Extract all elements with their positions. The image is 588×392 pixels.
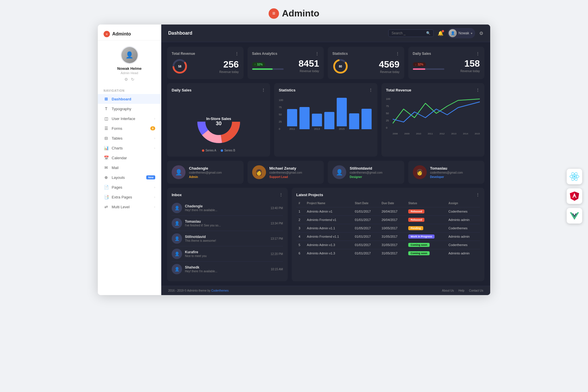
- person-avatar: 👩: [413, 165, 427, 179]
- legend-series-a: Series A: [202, 149, 216, 152]
- cell-assign: Coderthemes: [446, 241, 480, 249]
- person-avatar: 👩: [252, 165, 266, 179]
- line-x-labels: 2008 2009 2010 2011 2012 2013 2014 2015: [393, 132, 480, 135]
- table-row[interactable]: 4 Adminto Frontend v1.1 01/01/2017 31/05…: [296, 232, 480, 241]
- inbox-item[interactable]: 👤 Tomaslau I've finished it! See you so.…: [172, 216, 283, 231]
- react-icon-card[interactable]: [567, 169, 582, 184]
- analytics-badge: ↑32%: [252, 62, 265, 67]
- search-box[interactable]: 🔍: [388, 29, 434, 37]
- settings-user-icon[interactable]: ⚙: [124, 77, 128, 82]
- main-footer: 2016 - 2019 © Adminto theme by Coderthem…: [161, 286, 490, 295]
- inbox-item[interactable]: 👤 Chadengle Hey! there I'm available... …: [172, 200, 283, 216]
- notification-button[interactable]: 🔔: [438, 31, 443, 36]
- svg-text:80: 80: [339, 65, 342, 68]
- stat-card-menu-icon[interactable]: ⋮: [315, 51, 319, 56]
- projects-title: Latest Projects: [296, 193, 323, 197]
- stat-values: 256 Revenue today: [192, 59, 239, 74]
- sidebar-item-mail[interactable]: ✉ Mail: [98, 163, 161, 172]
- inbox-preview: This theme is awesome!: [185, 239, 268, 242]
- sidebar-item-multi-level[interactable]: ⇄ Multi Level ›: [98, 202, 161, 212]
- chart-header: Statistics ⋮: [279, 88, 372, 92]
- stat-card-statistics: Statistics ⋮ 80 4569 Revenue today: [328, 47, 404, 79]
- footer-link-help[interactable]: Help: [458, 289, 465, 292]
- angular-icon-card[interactable]: [567, 188, 582, 204]
- projects-menu-icon[interactable]: ⋮: [476, 192, 480, 197]
- person-role: Support Lead: [269, 175, 302, 179]
- person-name: Chadengle: [189, 166, 222, 170]
- search-input[interactable]: [392, 31, 426, 35]
- status-badge: Coming soon: [408, 251, 430, 255]
- bar-column: [349, 113, 359, 130]
- sidebar-item-calendar[interactable]: 📅 Calendar: [98, 153, 161, 163]
- cell-num: 5: [296, 241, 305, 249]
- bar-column: 2011: [287, 109, 297, 130]
- pages-icon: 📄: [104, 185, 109, 190]
- stat-card-body: ↑32% 8451 Revenue today: [252, 58, 319, 73]
- sidebar-item-layouts[interactable]: ⊕ Layouts New: [98, 172, 161, 182]
- inbox-info: Stillnotdavid This theme is awesome!: [185, 235, 268, 242]
- top-brand-bar: ≡ Adminto: [0, 0, 588, 25]
- inbox-time: 13:34 PM: [271, 222, 283, 225]
- vue-icon-card[interactable]: [567, 208, 582, 224]
- col-status: Status: [406, 200, 446, 207]
- people-row: 👤 Chadengle coderthemes@gmail.com Admin …: [161, 157, 490, 184]
- sidebar-item-forms[interactable]: ☰ Forms 8: [98, 123, 161, 133]
- sidebar-item-dashboard[interactable]: ⊞ Dashboard: [98, 94, 161, 104]
- inbox-item[interactable]: 👤 Stillnotdavid This theme is awesome! 1…: [172, 231, 283, 246]
- mail-icon: ✉: [104, 165, 109, 170]
- stat-card-menu-icon[interactable]: ⋮: [235, 51, 239, 56]
- person-info: Michael Zenaty coderthemes@gmail.com Sup…: [269, 166, 302, 179]
- stat-card-menu-icon[interactable]: ⋮: [396, 51, 400, 56]
- inbox-menu-icon[interactable]: ⋮: [279, 192, 283, 197]
- cell-project-name: Adminto Admin v1.1: [305, 224, 353, 232]
- table-row[interactable]: 1 Adminto Admin v1 01/01/2017 26/04/2017…: [296, 207, 480, 216]
- bar: [324, 112, 334, 129]
- person-card-tomaslau: 👩 Tomaslau coderthemes@gmail.com Develop…: [408, 161, 485, 184]
- chart-menu-icon[interactable]: ⋮: [476, 88, 480, 92]
- progress-bar: [413, 68, 426, 70]
- stat-card-menu-icon[interactable]: ⋮: [476, 51, 480, 56]
- sidebar-item-label: Dashboard: [112, 97, 131, 101]
- cell-due-date: 10/05/2017: [379, 224, 406, 232]
- table-row[interactable]: 3 Adminto Admin v1.1 01/05/2017 10/05/20…: [296, 224, 480, 232]
- daily-sales-badge: ↓32%: [413, 62, 426, 67]
- notification-badge: [442, 30, 444, 32]
- bar-column: [324, 112, 334, 130]
- stat-card-header: Sales Analytics ⋮: [252, 51, 319, 56]
- footer-link-about[interactable]: About Us: [442, 289, 454, 292]
- chart-card-total-revenue: Total Revenue ⋮ 100 75 50 25 0: [381, 83, 484, 157]
- chevron-down-icon: ▾: [471, 32, 472, 35]
- table-row[interactable]: 5 Adminto Admin v1.3 01/01/2017 31/05/20…: [296, 241, 480, 249]
- chart-menu-icon[interactable]: ⋮: [261, 88, 265, 92]
- chart-menu-icon[interactable]: ⋮: [369, 88, 373, 92]
- inbox-item[interactable]: 👤 Kurafire Nice to meet you 12:20 PM: [172, 246, 283, 262]
- user-pill[interactable]: 👤 Nowak ▾: [447, 28, 475, 38]
- topbar-username: Nowak: [458, 31, 469, 35]
- cell-assign: Coderthemes: [446, 224, 480, 232]
- table-row[interactable]: 6 Adminto Admin v1.3 01/01/2017 31/05/20…: [296, 249, 480, 258]
- inbox-item[interactable]: 👤 Shahedk Hey! there I'm available... 10…: [172, 262, 283, 277]
- coderthemes-link[interactable]: Coderthemes: [211, 289, 229, 292]
- footer-link-contact[interactable]: Contact Us: [469, 289, 483, 292]
- bar-chart: 2011 2013: [286, 99, 372, 130]
- bar: [287, 109, 297, 126]
- sidebar-item-extra-pages[interactable]: 📑 Extra Pages ›: [98, 192, 161, 202]
- sidebar-item-user-interface[interactable]: ◫ User Interface ›: [98, 114, 161, 123]
- sidebar-item-tables[interactable]: ⊟ Tables ›: [98, 133, 161, 143]
- brand-name: Adminto: [282, 8, 319, 19]
- sidebar-item-charts[interactable]: 📊 Charts ›: [98, 143, 161, 153]
- sidebar-item-typography[interactable]: T Typography: [98, 104, 161, 114]
- cell-start-date: 01/01/2017: [353, 216, 379, 224]
- person-card-stillnotdavid: 👤 Stillnotdavid coderthemes@gmail.com De…: [328, 161, 404, 184]
- charts-row: Daily Sales ⋮ In-Store Sales 30: [161, 79, 490, 157]
- sidebar-item-pages[interactable]: 📄 Pages ›: [98, 182, 161, 192]
- charts-icon: 📊: [104, 146, 109, 150]
- stat-card-title: Sales Analytics: [252, 52, 278, 56]
- table-row[interactable]: 2 Adminto Frontend v1 01/01/2017 26/04/2…: [296, 216, 480, 224]
- inbox-info: Shahedk Hey! there I'm available...: [185, 265, 268, 273]
- topbar-settings-icon[interactable]: ⚙: [479, 31, 483, 36]
- user-name: Nowak Helme: [117, 66, 142, 71]
- cell-due-date: 31/05/2017: [379, 241, 406, 249]
- refresh-user-icon[interactable]: ↻: [131, 77, 134, 82]
- float-icons: [567, 169, 582, 224]
